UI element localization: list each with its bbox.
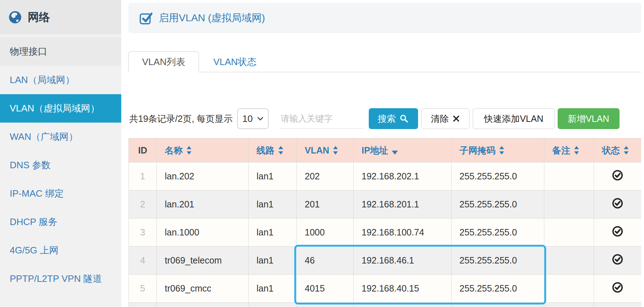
table-row: 2lan.201lan1201192.168.201.1255.255.255.… xyxy=(129,191,641,219)
cell-vlan: 46 xyxy=(297,247,354,275)
search-input[interactable] xyxy=(280,109,364,129)
column-header-mask[interactable]: 子网掩码 xyxy=(452,138,544,162)
column-header-status[interactable]: 状态 xyxy=(594,138,641,162)
sort-arrows-icon xyxy=(186,146,192,155)
cell-status xyxy=(594,219,641,247)
main-content: 启用VLAN (虚拟局域网) VLAN列表 VLAN状态 共19条记录/2页, … xyxy=(121,0,644,307)
column-header-id[interactable]: ID xyxy=(129,138,157,162)
sidebar-item-2[interactable]: VLAN（虚拟局域网） xyxy=(0,94,121,123)
cell-line: lan1 xyxy=(249,162,297,191)
sort-desc-icon xyxy=(392,151,398,155)
cell-ip: 192.168.46.1 xyxy=(354,247,452,275)
check-circle-icon xyxy=(612,281,623,293)
cell-note xyxy=(544,247,594,275)
cell-status xyxy=(594,191,641,219)
cell-id: 2 xyxy=(129,191,157,219)
cell-note xyxy=(544,191,594,219)
vlan-table-container: ID名称线路VLANIP地址子网掩码备注状态 1lan.202lan120219… xyxy=(128,138,641,307)
sidebar-item-8[interactable]: PPTP/L2TP VPN 隧道 xyxy=(0,265,121,293)
column-header-vlan[interactable]: VLAN xyxy=(297,138,354,162)
table-header-row: ID名称线路VLANIP地址子网掩码备注状态 xyxy=(129,138,641,162)
cell-name: tr069_telecom xyxy=(157,247,249,275)
sidebar-item-3[interactable]: WAN（广域网） xyxy=(0,123,121,151)
sidebar-header: 网络 xyxy=(0,0,121,34)
cell-status xyxy=(594,275,641,303)
add-vlan-button[interactable]: 新增VLAN xyxy=(558,108,620,129)
clear-button-label: 清除 xyxy=(431,113,449,125)
cell-id: 5 xyxy=(129,275,157,303)
cell-ip: 192.168.202.1 xyxy=(354,162,452,191)
table-row: 3lan.1000lan11000192.168.100.74255.255.2… xyxy=(129,219,641,247)
page-size-value: 10 xyxy=(242,113,253,124)
cell-mask: 255.255.255.0 xyxy=(452,275,544,303)
vlan-table: ID名称线路VLANIP地址子网掩码备注状态 1lan.202lan120219… xyxy=(128,138,641,307)
cell-name: tr069_cmcc xyxy=(157,275,249,303)
cell-mask: 255.255.255.0 xyxy=(452,219,544,247)
x-icon xyxy=(453,115,460,122)
sidebar: 网络 物理接口LAN（局域网）VLAN（虚拟局域网）WAN（广域网）DNS 参数… xyxy=(0,0,121,307)
column-header-name[interactable]: 名称 xyxy=(157,138,249,162)
check-circle-icon xyxy=(612,197,623,209)
sort-arrows-icon xyxy=(623,146,629,155)
chevron-down-icon xyxy=(257,117,263,121)
records-summary: 共19条记录/2页, 每页显示 xyxy=(129,113,233,125)
sidebar-item-1[interactable]: LAN（局域网） xyxy=(0,66,121,94)
column-header-line[interactable]: 线路 xyxy=(249,138,297,162)
cell-note xyxy=(544,275,594,303)
cell-id: 3 xyxy=(129,219,157,247)
cell-line: lan1 xyxy=(249,247,297,275)
cell-name: lan.201 xyxy=(157,191,249,219)
cell-status xyxy=(594,247,641,275)
sort-arrows-icon xyxy=(333,146,338,155)
table-row-clipped xyxy=(129,303,641,307)
enable-vlan-label: 启用VLAN (虚拟局域网) xyxy=(159,11,265,25)
globe-icon xyxy=(8,10,22,24)
clear-button[interactable]: 清除 xyxy=(421,108,470,129)
cell-ip: 192.168.201.1 xyxy=(354,191,452,219)
column-header-ip[interactable]: IP地址 xyxy=(354,138,452,162)
cell-id: 4 xyxy=(129,247,157,275)
check-circle-icon xyxy=(612,169,623,181)
cell-mask: 255.255.255.0 xyxy=(452,247,544,275)
cell-line: lan1 xyxy=(249,191,297,219)
enable-vlan-panel[interactable]: 启用VLAN (虚拟局域网) xyxy=(128,3,641,33)
cell-mask: 255.255.255.0 xyxy=(452,191,544,219)
cell-mask: 255.255.255.0 xyxy=(452,162,544,191)
sidebar-title: 网络 xyxy=(28,10,50,25)
cell-vlan: 202 xyxy=(297,162,354,191)
toolbar: 共19条记录/2页, 每页显示 10 搜索 清除 xyxy=(128,108,641,129)
table-row: 4tr069_telecomlan146192.168.46.1255.255.… xyxy=(129,247,641,275)
checked-checkbox-icon[interactable] xyxy=(139,11,153,25)
cell-line: lan1 xyxy=(249,219,297,247)
sidebar-item-0[interactable]: 物理接口 xyxy=(0,37,121,66)
column-header-note[interactable]: 备注 xyxy=(544,138,594,162)
sort-arrows-icon xyxy=(574,146,579,155)
sidebar-menu: 物理接口LAN（局域网）VLAN（虚拟局域网）WAN（广域网）DNS 参数IP-… xyxy=(0,34,121,293)
cell-line: lan1 xyxy=(249,275,297,303)
search-button[interactable]: 搜索 xyxy=(369,108,418,129)
cell-id: 1 xyxy=(129,162,157,191)
page-size-select[interactable]: 10 xyxy=(237,108,269,129)
cell-vlan: 4015 xyxy=(297,275,354,303)
tab-vlan-list[interactable]: VLAN列表 xyxy=(128,51,199,72)
sidebar-item-6[interactable]: DHCP 服务 xyxy=(0,208,121,236)
cell-note xyxy=(544,219,594,247)
sidebar-item-4[interactable]: DNS 参数 xyxy=(0,151,121,179)
tab-bar: VLAN列表 VLAN状态 xyxy=(128,51,641,72)
sort-arrows-icon xyxy=(278,146,284,155)
cell-note xyxy=(544,162,594,191)
sort-arrows-icon xyxy=(499,146,504,155)
cell-name: lan.202 xyxy=(157,162,249,191)
sidebar-item-5[interactable]: IP-MAC 绑定 xyxy=(0,179,121,208)
tab-vlan-status[interactable]: VLAN状态 xyxy=(199,52,271,72)
cell-name: lan.1000 xyxy=(157,219,249,247)
quick-add-vlan-button[interactable]: 快速添加VLAN xyxy=(473,108,555,129)
cell-ip: 192.168.40.15 xyxy=(354,275,452,303)
cell-vlan: 201 xyxy=(297,191,354,219)
table-row: 1lan.202lan1202192.168.202.1255.255.255.… xyxy=(129,162,641,191)
table-row: 5tr069_cmcclan14015192.168.40.15255.255.… xyxy=(129,275,641,303)
cell-vlan: 1000 xyxy=(297,219,354,247)
sidebar-item-7[interactable]: 4G/5G 上网 xyxy=(0,236,121,265)
check-circle-icon xyxy=(612,225,623,237)
magnifier-icon xyxy=(399,114,409,123)
